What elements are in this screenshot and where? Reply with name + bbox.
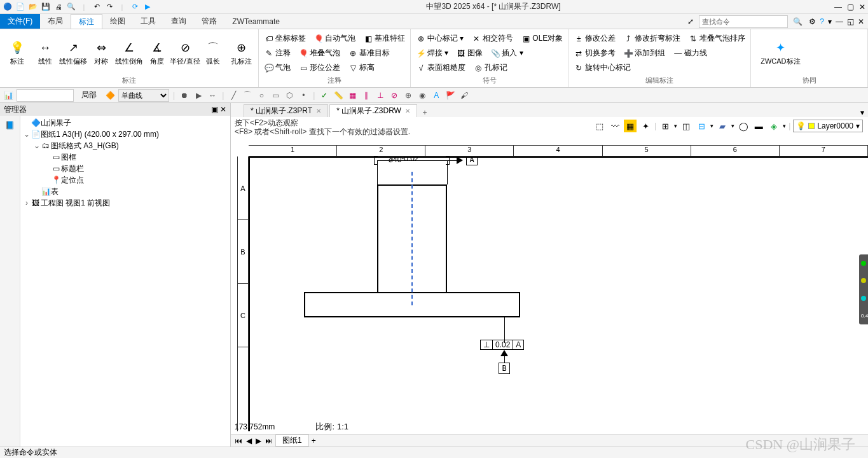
minimize-icon[interactable]: — bbox=[834, 3, 842, 11]
maximize-icon[interactable]: ▢ bbox=[847, 3, 854, 11]
open-icon[interactable]: 📂 bbox=[28, 2, 38, 12]
menu-tab-pipe[interactable]: 管路 bbox=[194, 14, 224, 29]
tree-node[interactable]: ⌄📄图纸1 A3(H) (420.00 x 297.00 mm) bbox=[20, 128, 230, 140]
ribbon-btn[interactable]: ✕相交符号 bbox=[470, 32, 514, 46]
redo-icon[interactable]: ↷ bbox=[104, 2, 114, 12]
sheet-first-icon[interactable]: ⏮ bbox=[233, 436, 244, 445]
help-icon[interactable]: ? bbox=[820, 17, 824, 26]
vt-snap-icon[interactable]: ◫ bbox=[680, 120, 692, 132]
ribbon-btn[interactable]: —磁力线 bbox=[672, 46, 708, 60]
tb-para-icon[interactable]: ∥ bbox=[361, 90, 372, 101]
vt-cube-icon[interactable]: ▦ bbox=[624, 120, 637, 132]
menu-tab-layout[interactable]: 布局 bbox=[40, 14, 71, 29]
tb-mid-icon[interactable]: ⊕ bbox=[403, 90, 414, 101]
doctab-drw[interactable]: * 山涧果子.Z3DRW✕ bbox=[329, 104, 417, 117]
ribbon-btn[interactable]: ⊘半径/直径 bbox=[172, 39, 198, 67]
doctab-prt[interactable]: * 山涧果子.Z3PRT✕ bbox=[244, 104, 328, 117]
ribbon-btn[interactable]: ➕添加到组 bbox=[622, 46, 666, 60]
ribbon-btn[interactable]: ⇄切换参考 bbox=[572, 46, 617, 60]
sheet-last-icon[interactable]: ⏭ bbox=[264, 436, 274, 445]
layer-dropdown[interactable]: 💡 Layer0000 ▾ bbox=[793, 120, 863, 132]
vt-lasso-icon[interactable]: 〰 bbox=[609, 120, 621, 132]
tab-close-icon[interactable]: ✕ bbox=[405, 108, 410, 114]
tb-circle-icon[interactable]: ○ bbox=[256, 90, 267, 101]
refresh-icon[interactable]: ⟳ bbox=[130, 2, 140, 12]
tree-node[interactable]: ›🖼工程图 视图1 前视图 bbox=[20, 197, 230, 209]
sheet-tab[interactable]: 图纸1 bbox=[275, 434, 309, 447]
sheet-add-icon[interactable]: + bbox=[310, 436, 317, 445]
tb-text-icon[interactable]: A bbox=[431, 90, 442, 101]
curve-select[interactable]: 单曲线 bbox=[118, 89, 169, 102]
tb-rect-icon[interactable]: ▭ bbox=[270, 90, 281, 101]
ribbon-btn[interactable]: ⇅堆叠气泡排序 bbox=[687, 32, 747, 46]
tb-line-icon[interactable]: ╱ bbox=[228, 90, 239, 101]
tb-poly-icon[interactable]: ⬡ bbox=[284, 90, 295, 101]
tree-node[interactable]: ▭标题栏 bbox=[20, 163, 230, 174]
tb-brush-icon[interactable]: 🖌 bbox=[458, 90, 470, 101]
ribbon-btn[interactable]: 🎈自动气泡 bbox=[312, 32, 357, 46]
ribbon-btn[interactable]: ↻旋转中心标记 bbox=[572, 61, 632, 75]
ribbon-btn[interactable]: ∡角度 bbox=[144, 39, 170, 67]
ribbon-btn[interactable]: ↔线性 bbox=[32, 39, 59, 67]
tb-grid-icon[interactable]: ▦ bbox=[347, 90, 358, 101]
sheet-prev-icon[interactable]: ◀ bbox=[245, 436, 253, 445]
new-icon[interactable]: 📄 bbox=[15, 2, 25, 12]
close-icon[interactable]: ✕ bbox=[859, 3, 865, 11]
drawing-canvas[interactable]: 1234567 ABC ⌀40+0.02-0.02 A ⊥0.02 bbox=[231, 117, 868, 447]
ribbon-btn[interactable]: ⚡焊接 ▾ bbox=[415, 46, 450, 60]
ribbon-btn[interactable]: ✎注释 bbox=[263, 46, 292, 60]
ribbon-btn[interactable]: √表面粗糙度 bbox=[415, 61, 467, 75]
ribbon-btn[interactable]: ◧基准特征 bbox=[362, 32, 406, 46]
ribbon-btn[interactable]: 🎈堆叠气泡 bbox=[297, 46, 341, 60]
vt-shade-icon[interactable]: ▰ bbox=[716, 120, 729, 132]
ribbon-btn[interactable]: 💡标注 bbox=[4, 39, 31, 67]
ribbon-btn[interactable]: ▣OLE对象 bbox=[520, 32, 564, 46]
ribbon-btn[interactable]: ⤴修改折弯标注 bbox=[622, 32, 682, 46]
vt-wire-icon[interactable]: ◯ bbox=[737, 120, 750, 132]
restore-icon[interactable]: ◱ bbox=[847, 17, 854, 26]
tb-tan-icon[interactable]: ⊘ bbox=[389, 90, 400, 101]
menu-tab-zwteammate[interactable]: ZWTeammate bbox=[224, 14, 287, 29]
new-tab-button[interactable]: + bbox=[418, 108, 431, 117]
tb-end-icon[interactable]: ◉ bbox=[417, 90, 428, 101]
filter-icon[interactable]: 📊 bbox=[3, 90, 14, 101]
ribbon-btn[interactable]: ⇔对称 bbox=[88, 39, 114, 67]
ribbon-btn[interactable]: ∠线性倒角 bbox=[116, 39, 142, 67]
expand-icon[interactable]: ⤢ bbox=[685, 17, 696, 26]
tb-play-icon[interactable]: ▶ bbox=[193, 90, 204, 101]
ribbon-btn[interactable]: 🏷坐标标签 bbox=[263, 32, 307, 46]
tb-dim-icon[interactable]: ↔ bbox=[207, 90, 218, 101]
menu-tab-dimension[interactable]: 标注 bbox=[71, 14, 102, 29]
ribbon-btn[interactable]: 🖼图像 bbox=[455, 46, 484, 60]
ribbon-btn[interactable]: 💬气泡 bbox=[263, 61, 292, 75]
vt-solid-icon[interactable]: ▬ bbox=[752, 120, 765, 132]
tb-ruler-icon[interactable]: 📏 bbox=[333, 90, 344, 101]
sheet-next-icon[interactable]: ▶ bbox=[254, 436, 263, 445]
print-preview-icon[interactable]: 🔍 bbox=[66, 2, 76, 12]
ribbon-btn[interactable]: ±修改公差 bbox=[572, 32, 617, 46]
tb-arc-icon[interactable]: ⌒ bbox=[242, 90, 253, 101]
play-icon[interactable]: ▶ bbox=[142, 2, 153, 12]
command-search-input[interactable] bbox=[699, 15, 788, 28]
tree-node[interactable]: ▭图框 bbox=[20, 151, 230, 163]
tb-flag-icon[interactable]: 🚩 bbox=[444, 90, 456, 101]
panel-close-icon[interactable]: ✕ bbox=[220, 105, 226, 114]
tb-check-icon[interactable]: ✓ bbox=[319, 90, 330, 101]
close2-icon[interactable]: ✕ bbox=[858, 17, 864, 26]
model-tree[interactable]: 🔷山涧果子⌄📄图纸1 A3(H) (420.00 x 297.00 mm)⌄🗂图… bbox=[20, 116, 230, 447]
print-icon[interactable]: 🖨 bbox=[53, 2, 64, 12]
pin-icon[interactable]: ▣ bbox=[211, 105, 218, 114]
vt-align-icon[interactable]: ⊟ bbox=[695, 120, 708, 132]
save-icon[interactable]: 💾 bbox=[41, 2, 51, 12]
tree-node[interactable]: 📊表 bbox=[20, 186, 230, 197]
tb-perp-icon[interactable]: ⊥ bbox=[375, 90, 386, 101]
ribbon-btn[interactable]: ⊕中心标记 ▾ bbox=[415, 32, 465, 46]
vt-layer-icon[interactable]: ◈ bbox=[768, 120, 780, 132]
menu-tab-tools[interactable]: 工具 bbox=[133, 14, 163, 29]
vt-select-icon[interactable]: ⬚ bbox=[593, 120, 606, 132]
layer-icon[interactable]: 🔶 bbox=[104, 90, 116, 101]
ribbon-btn[interactable]: ⊕孔标注 bbox=[228, 39, 254, 67]
tab-close-icon[interactable]: ✕ bbox=[316, 108, 321, 114]
settings-icon[interactable]: ⚙ bbox=[809, 17, 816, 26]
ribbon-btn[interactable]: ⌒弧长 bbox=[200, 39, 226, 67]
